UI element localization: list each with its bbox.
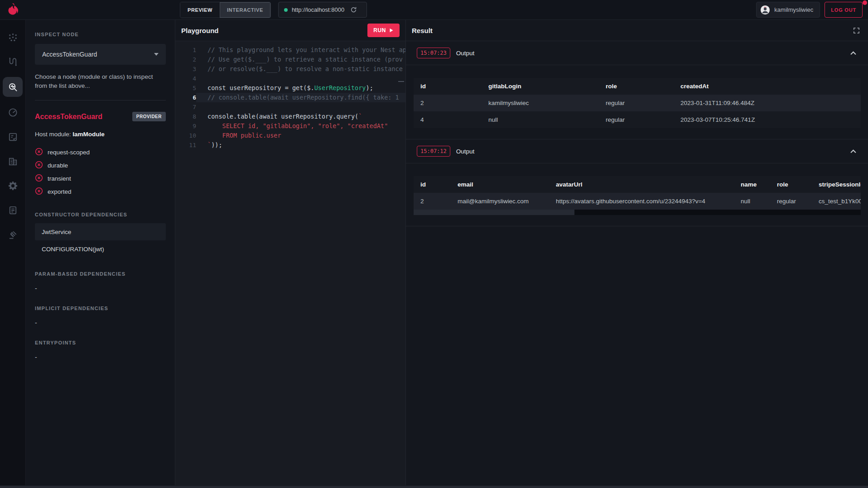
section-param-based-dependencies: PARAM-BASED DEPENDENCIES-	[35, 271, 166, 292]
result-panel: Result 15:07:23OutputidgitlabLoginrolecr…	[406, 20, 868, 485]
section-implicit-dependencies: IMPLICIT DEPENDENCIES-	[35, 306, 166, 326]
line-content: const userRepository = get($.UserReposit…	[196, 83, 405, 93]
dependency-item[interactable]: JwtService	[35, 223, 166, 240]
tab-preview[interactable]: PREVIEW	[180, 2, 220, 18]
topbar: PREVIEWINTERACTIVE http://localhost:8000…	[0, 0, 868, 20]
section-title: PARAM-BASED DEPENDENCIES	[35, 271, 166, 277]
code-line-7[interactable]: 7	[175, 102, 405, 112]
line-number: 8	[175, 112, 196, 121]
graph-icon[interactable]	[4, 28, 22, 46]
code-line-2[interactable]: 2// Use get($.___) to retrieve a static …	[175, 55, 405, 64]
table-cell: null	[734, 193, 770, 210]
column-header: email	[451, 176, 549, 193]
flag-transient: transient	[35, 172, 166, 185]
line-content: console.table(await userRepository.query…	[196, 112, 405, 121]
output-body: idgitlabLoginrolecreatedAt2kamilmysliwie…	[406, 65, 868, 139]
avatar	[760, 5, 770, 15]
url-bar[interactable]: http://localhost:8000	[278, 2, 367, 18]
circle-x-icon	[35, 174, 43, 184]
table-cell: 2	[414, 95, 482, 111]
table-cell: 2023-01-31T11:09:46.484Z	[674, 95, 861, 111]
expand-icon[interactable]	[853, 27, 860, 34]
table-cell: 2	[414, 193, 451, 210]
chevron-up-icon[interactable]	[850, 51, 856, 55]
horizontal-scrollbar[interactable]	[0, 486, 868, 488]
code-token: SELECT id, "gitlabLogin", "role", "creat…	[207, 122, 388, 129]
code-line-10[interactable]: 10 FROM public.user	[175, 131, 405, 140]
column-header: stripeSessionId	[812, 176, 861, 193]
table-row[interactable]: 2mail@kamilmysliwiec.comhttps://avatars.…	[414, 193, 861, 210]
table-cell: kamilmysliwiec	[482, 95, 599, 111]
code-line-11[interactable]: 11`));	[175, 140, 405, 150]
result-table-wrap: idgitlabLoginrolecreatedAt2kamilmysliwie…	[414, 78, 861, 128]
column-header: createdAt	[674, 78, 861, 95]
table-cell: regular	[599, 95, 674, 111]
view-mode-tabs: PREVIEWINTERACTIVE	[180, 2, 271, 18]
inspect-icon[interactable]	[3, 77, 23, 97]
code-token: FROM public.user	[207, 132, 281, 139]
flag-label: transient	[48, 175, 71, 182]
column-header: avatarUrl	[549, 176, 734, 193]
host-module-line: Host module: IamModule	[35, 131, 166, 138]
table-hscrollbar-thumb[interactable]	[414, 210, 574, 215]
output-label: Output	[456, 148, 475, 155]
code-line-1[interactable]: 1// This playground lets you interact wi…	[175, 45, 405, 55]
gavel-icon[interactable]	[4, 225, 22, 244]
code-token: `	[358, 113, 362, 120]
chevron-up-icon[interactable]	[850, 149, 856, 153]
line-number: 5	[175, 83, 196, 93]
code-line-3[interactable]: 3// or resolve($.___) to resolve a non-s…	[175, 64, 405, 74]
playground-panel: Playground RUN 1// This playground lets …	[175, 20, 406, 485]
code-line-6[interactable]: 6// console.table(await userRepository.f…	[175, 93, 405, 102]
modules-icon[interactable]	[4, 152, 22, 170]
table-cell: null	[482, 111, 599, 128]
line-content: // This playground lets you interact wit…	[196, 45, 405, 55]
line-content	[196, 74, 405, 83]
table-row[interactable]: 4nullregular2023-03-07T10:25:46.741Z	[414, 111, 861, 128]
logs-icon[interactable]	[4, 201, 22, 219]
run-button-label: RUN	[373, 27, 386, 33]
table-cell: mail@kamilmysliwiec.com	[451, 193, 549, 210]
result-table: idemailavatarUrlnamerolestripeSessionId2…	[414, 176, 861, 210]
table-header-row: idemailavatarUrlnamerolestripeSessionId	[414, 176, 861, 193]
code-line-4[interactable]: 4	[175, 74, 405, 83]
table-cell: regular	[770, 193, 812, 210]
timestamp-chip: 15:07:12	[417, 146, 450, 157]
nestjs-logo[interactable]	[0, 2, 26, 18]
nest-devtools-app: PREVIEWINTERACTIVE http://localhost:8000…	[0, 0, 868, 488]
timestamp-chip: 15:07:23	[417, 48, 450, 58]
dependency-sections: CONSTRUCTOR DEPENDENCIESJwtServiceCONFIG…	[35, 212, 166, 361]
dependency-item[interactable]: CONFIGURATION(jwt)	[35, 240, 166, 258]
empty-placeholder: -	[35, 285, 166, 292]
code-line-5[interactable]: 5const userRepository = get($.UserReposi…	[175, 83, 405, 93]
column-header: role	[599, 78, 674, 95]
circle-x-icon	[35, 161, 43, 171]
code-token: // This playground lets you interact wit…	[207, 46, 405, 53]
table-hscrollbar[interactable]	[414, 210, 861, 215]
section-entrypoints: ENTRYPOINTS-	[35, 340, 166, 361]
checklist-icon[interactable]	[4, 128, 22, 146]
section-title: ENTRYPOINTS	[35, 340, 166, 345]
connection-status-dot	[284, 8, 288, 12]
line-number: 4	[175, 74, 196, 83]
reload-icon[interactable]	[350, 6, 357, 13]
editor-scrollbar[interactable]	[398, 81, 404, 82]
table-row[interactable]: 2kamilmysliwiecregular2023-01-31T11:09:4…	[414, 95, 861, 111]
settings-gear-icon[interactable]	[4, 177, 22, 195]
routes-icon[interactable]	[4, 53, 22, 71]
user-chip[interactable]: kamilmysliwiec	[756, 2, 820, 18]
code-line-8[interactable]: 8console.table(await userRepository.quer…	[175, 112, 405, 121]
tab-interactive[interactable]: INTERACTIVE	[220, 2, 270, 18]
node-select-value: AccessTokenGuard	[42, 51, 97, 58]
gauge-icon[interactable]	[4, 103, 22, 121]
main-layout: INSPECT NODE AccessTokenGuard Choose a n…	[0, 20, 868, 485]
code-token: );	[366, 84, 373, 91]
run-button[interactable]: RUN	[367, 24, 400, 37]
node-select[interactable]: AccessTokenGuard	[35, 44, 166, 65]
url-text[interactable]: http://localhost:8000	[292, 6, 344, 13]
logout-button[interactable]: LOG OUT	[825, 2, 863, 18]
flag-label: request-scoped	[48, 149, 90, 156]
line-number: 11	[175, 140, 196, 150]
code-editor[interactable]: 1// This playground lets you interact wi…	[175, 41, 405, 485]
code-line-9[interactable]: 9 SELECT id, "gitlabLogin", "role", "cre…	[175, 121, 405, 131]
